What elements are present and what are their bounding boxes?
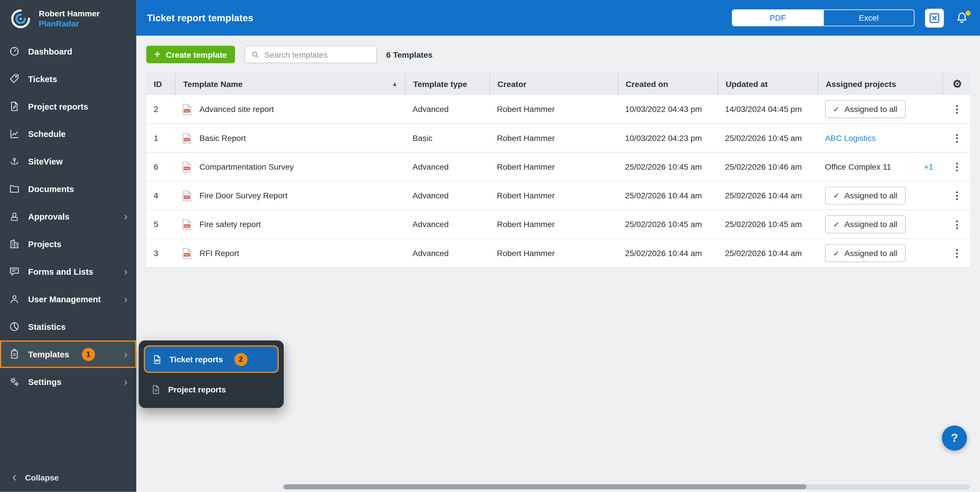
excel-toggle-button[interactable]: Excel	[823, 10, 914, 26]
chevron-right-icon: ›	[124, 267, 127, 277]
cell-id: 5	[146, 220, 175, 229]
cell-id: 4	[146, 191, 175, 200]
cell-updated-at: 25/02/2026 10:45 am	[718, 220, 818, 229]
cell-assigned-projects: ABC Logistics	[818, 133, 942, 143]
step-badge: 2	[234, 353, 247, 366]
assigned-project-link[interactable]: ABC Logistics	[825, 133, 876, 143]
create-template-button[interactable]: + Create template	[146, 46, 235, 63]
search-input[interactable]	[264, 50, 371, 59]
cell-updated-at: 14/03/2024 04:45 pm	[718, 104, 818, 114]
column-header-assigned-projects[interactable]: Assigned projects	[818, 73, 942, 95]
cell-created-on: 10/03/2022 04:23 pm	[617, 133, 718, 143]
cell-row-actions: ⋮	[942, 248, 971, 258]
table-settings-gear-icon[interactable]: ⚙	[953, 79, 962, 89]
cell-created-on: 25/02/2026 10:44 am	[617, 191, 718, 200]
assigned-to-all-button[interactable]: ✓ Assigned to all	[825, 187, 905, 204]
cell-assigned-projects: ✓ Assigned to all	[818, 215, 942, 233]
cell-assigned-projects: Office Complex 11 +1	[818, 162, 942, 172]
cell-creator: Robert Hammer	[489, 248, 617, 258]
table-row[interactable]: 5 PDF Fire safety report Advanced Robert…	[146, 210, 970, 239]
assigned-label: Assigned to all	[845, 248, 897, 258]
table-row[interactable]: 1 PDF Basic Report Basic Robert Hammer 1…	[146, 124, 970, 153]
sidebar-item-forms-and-lists[interactable]: Forms and Lists ›	[0, 258, 136, 285]
pdf-file-icon: PDF	[183, 219, 191, 230]
apps-icon[interactable]	[925, 8, 943, 27]
sidebar-item-user-management[interactable]: User Management ›	[0, 285, 136, 313]
assigned-to-all-button[interactable]: ✓ Assigned to all	[825, 215, 905, 233]
statistics-icon	[9, 321, 20, 332]
assigned-to-all-button[interactable]: ✓ Assigned to all	[825, 244, 905, 262]
flyout-item-project-reports[interactable]: Project reports	[144, 375, 279, 403]
sidebar-item-label: Statistics	[28, 322, 66, 332]
sidebar-item-tickets[interactable]: Tickets	[0, 65, 136, 93]
horizontal-scrollbar-track[interactable]	[282, 484, 970, 489]
column-header-creator[interactable]: Creator	[489, 73, 617, 95]
table-row[interactable]: 6 PDF Compartmentation Survey Advanced R…	[146, 153, 970, 181]
documents-icon	[9, 184, 20, 195]
sidebar-item-statistics[interactable]: Statistics	[0, 313, 136, 340]
table-row[interactable]: 3 PDF RFI Report Advanced Robert Hammer …	[146, 239, 970, 268]
sidebar-item-approvals[interactable]: Approvals ›	[0, 203, 136, 230]
horizontal-scrollbar-thumb[interactable]	[284, 484, 806, 489]
svg-text:PDF: PDF	[185, 109, 189, 112]
chevron-right-icon: ›	[124, 294, 127, 305]
kebab-menu-icon[interactable]: ⋮	[948, 162, 966, 172]
column-header-created-on[interactable]: Created on	[617, 73, 718, 95]
kebab-menu-icon[interactable]: ⋮	[948, 191, 966, 201]
cell-row-actions: ⋮	[942, 191, 971, 201]
check-icon: ✓	[833, 249, 840, 257]
column-header-template-type[interactable]: Template type	[405, 73, 489, 95]
sidebar-item-documents[interactable]: Documents	[0, 175, 136, 203]
column-header-updated-at[interactable]: Updated at	[718, 73, 818, 95]
assigned-more-link[interactable]: +1	[924, 162, 933, 172]
sidebar-item-label: User Management	[28, 294, 101, 304]
top-bar-actions: PDF Excel	[732, 8, 969, 27]
sidebar-item-projects[interactable]: Projects	[0, 230, 136, 258]
column-header-id[interactable]: ID	[146, 73, 175, 95]
sidebar-item-project-reports[interactable]: Project reports	[0, 93, 136, 120]
assigned-to-all-button[interactable]: ✓ Assigned to all	[825, 100, 905, 118]
chevron-right-icon: ›	[124, 376, 127, 387]
cell-created-on: 25/02/2026 10:45 am	[617, 162, 718, 172]
kebab-menu-icon[interactable]: ⋮	[948, 133, 966, 143]
approvals-icon	[9, 211, 20, 222]
svg-text:PDF: PDF	[185, 195, 189, 198]
sidebar-item-label: Forms and Lists	[28, 267, 93, 276]
table-row[interactable]: 4 PDF Fire Door Survey Report Advanced R…	[146, 181, 970, 210]
cell-template-name: PDF Fire Door Survey Report	[175, 190, 405, 201]
kebab-menu-icon[interactable]: ⋮	[948, 219, 966, 229]
cell-template-name: PDF RFI Report	[175, 248, 405, 259]
cell-assigned-projects: ✓ Assigned to all	[818, 100, 942, 118]
help-button[interactable]: ?	[942, 425, 967, 450]
sidebar-item-siteview[interactable]: SiteView	[0, 147, 136, 175]
kebab-menu-icon[interactable]: ⋮	[948, 104, 966, 114]
cell-creator: Robert Hammer	[489, 104, 617, 114]
cell-row-actions: ⋮	[942, 219, 971, 229]
sidebar-item-settings[interactable]: Settings ›	[0, 368, 136, 396]
table-row[interactable]: 2 PDF Advanced site report Advanced Robe…	[146, 95, 970, 124]
sidebar-item-dashboard[interactable]: Dashboard	[0, 38, 136, 65]
sidebar-item-templates[interactable]: Templates 1 ›	[0, 340, 136, 368]
page-title: Ticket report templates	[147, 12, 253, 24]
sidebar-item-schedule[interactable]: Schedule	[0, 120, 136, 148]
collapse-button[interactable]: Collapse	[0, 463, 136, 492]
main-panel: Ticket report templates PDF Excel + Crea…	[136, 0, 980, 492]
step-badge: 1	[82, 348, 95, 361]
notifications-bell-icon[interactable]	[955, 10, 969, 25]
cell-template-type: Advanced	[405, 104, 489, 114]
template-name: RFI Report	[199, 248, 239, 258]
pdf-toggle-button[interactable]: PDF	[733, 10, 823, 26]
pdf-file-icon: PDF	[183, 104, 191, 115]
project-reports-doc-icon	[151, 384, 161, 395]
cell-assigned-projects: ✓ Assigned to all	[818, 187, 942, 204]
assigned-project-name: Office Complex 11	[825, 162, 891, 172]
flyout-item-ticket-reports[interactable]: Ticket reports 2	[144, 345, 279, 373]
column-header-template-name[interactable]: Template Name ▲	[175, 73, 405, 95]
create-template-label: Create template	[166, 50, 227, 59]
template-name: Fire safety report	[199, 220, 261, 229]
pdf-file-icon: PDF	[183, 161, 191, 172]
cell-id: 3	[146, 248, 175, 258]
search-box	[244, 46, 377, 63]
settings-icon	[9, 376, 20, 387]
kebab-menu-icon[interactable]: ⋮	[948, 248, 966, 258]
